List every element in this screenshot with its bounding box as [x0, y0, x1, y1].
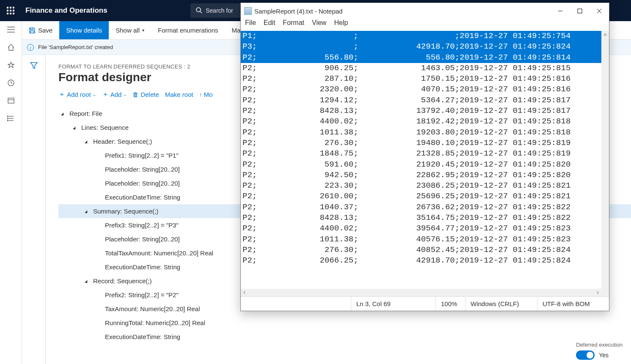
notepad-text-area[interactable]: P1; ; ;2019-12-27 01:49:25:754P3; ; 4291…: [241, 31, 609, 296]
minimize-button[interactable]: [551, 3, 570, 19]
chevron-down-icon[interactable]: ◢: [83, 209, 89, 213]
recent-icon[interactable]: [7, 79, 15, 87]
format-enum-label: Format enumerations: [158, 27, 218, 34]
menu-help[interactable]: Help: [334, 19, 348, 31]
favorites-icon[interactable]: [7, 61, 15, 69]
chevron-down-icon[interactable]: ◢: [83, 279, 89, 283]
notepad-line[interactable]: P2; 1011.38; 19203.80;2019-12-27 01:49:2…: [241, 127, 609, 138]
add-button[interactable]: ＋Add ⌄: [102, 90, 127, 99]
arrow-up-icon: ↑: [199, 91, 202, 98]
waffle-icon: [7, 7, 14, 14]
workspace-icon[interactable]: [7, 96, 15, 105]
tree-node-label: Report: File: [69, 110, 102, 117]
chevron-down-icon[interactable]: ◢: [83, 140, 89, 144]
tree-node-label: Lines: Sequence: [81, 124, 129, 131]
menu-file[interactable]: File: [245, 19, 256, 31]
format-enumerations-button[interactable]: Format enumerations: [151, 21, 225, 39]
notepad-line[interactable]: P1; ; ;2019-12-27 01:49:25:754: [241, 31, 609, 41]
notepad-line[interactable]: P2; 2320.00; 4070.15;2019-12-27 01:49:25…: [241, 84, 609, 95]
svg-rect-2: [13, 7, 14, 8]
search-icon: [196, 7, 202, 15]
notepad-line[interactable]: P3; ; 42918.70;2019-12-27 01:49:25:824: [241, 41, 609, 52]
deferred-execution-label: Deferred execution: [576, 342, 623, 348]
notepad-line[interactable]: P2; 556.80; 556.80;2019-12-27 01:49:25:8…: [241, 52, 609, 63]
notepad-line[interactable]: P2; 223.30; 23086.25;2019-12-27 01:49:25…: [241, 181, 609, 191]
svg-rect-0: [7, 7, 8, 8]
tree-node-label: ExecutionDateTime: String: [105, 194, 180, 201]
modules-icon[interactable]: [7, 114, 15, 123]
svg-rect-6: [7, 13, 8, 14]
save-button[interactable]: Save: [22, 21, 59, 39]
notepad-window: SampleReport (4).txt - Notepad File Edit…: [240, 3, 609, 311]
add-root-button[interactable]: ＋Add root ⌄: [58, 90, 96, 99]
notepad-line[interactable]: P2; 942.50; 22862.95;2019-12-27 01:49:25…: [241, 170, 609, 181]
tree-node[interactable]: ExecutionDateTime: String: [58, 330, 631, 344]
status-eol: Windows (CRLF): [465, 297, 537, 311]
chevron-down-icon: ⌄: [123, 92, 127, 97]
notepad-line[interactable]: P2; 1294.12; 5364.27;2019-12-27 01:49:25…: [241, 95, 609, 106]
chevron-down-icon[interactable]: ◢: [71, 126, 77, 130]
show-details-label: Show details: [66, 27, 102, 34]
notepad-line[interactable]: P2; 4400.02; 39564.77;2019-12-27 01:49:2…: [241, 223, 609, 234]
notepad-line[interactable]: P2; 276.30; 19480.10;2019-12-27 01:49:25…: [241, 138, 609, 148]
window-controls: [551, 3, 609, 19]
properties-panel: Deferred execution Yes: [576, 342, 623, 360]
trash-icon: 🗑: [132, 91, 139, 98]
horizontal-scrollbar[interactable]: ‹›: [241, 289, 601, 296]
hamburger-icon[interactable]: [7, 25, 15, 34]
toggle-value-text: Yes: [599, 352, 609, 359]
show-details-button[interactable]: Show details: [59, 21, 109, 39]
notepad-line[interactable]: P2; 1011.38; 40576.15;2019-12-27 01:49:2…: [241, 234, 609, 245]
delete-button[interactable]: 🗑 Delete: [132, 91, 159, 98]
menu-format[interactable]: Format: [283, 19, 304, 31]
tree-node-label: ExecutionDateTime: String: [105, 333, 180, 340]
notepad-line[interactable]: P2; 287.10; 1750.15;2019-12-27 01:49:25:…: [241, 74, 609, 84]
tree-node-label: ExecutionDateTime: String: [105, 263, 180, 271]
notepad-titlebar[interactable]: SampleReport (4).txt - Notepad: [241, 3, 609, 19]
notepad-line[interactable]: P2; 8428.13; 35164.75;2019-12-27 01:49:2…: [241, 213, 609, 223]
status-encoding: UTF-8 with BOM: [537, 297, 609, 311]
show-all-label: Show all: [116, 27, 140, 34]
tree-node-label: TotalTaxAmount: Numeric[20..20] Real: [105, 249, 213, 257]
chevron-down-icon: ⌄: [93, 92, 96, 97]
notepad-line[interactable]: P2; 906.25; 1463.05;2019-12-27 01:49:25:…: [241, 63, 609, 74]
chevron-down-icon[interactable]: ◢: [59, 112, 66, 116]
menu-view[interactable]: View: [312, 19, 326, 31]
left-navigation-rail: [0, 21, 22, 364]
app-launcher-button[interactable]: [0, 0, 21, 21]
tree-node-label: Prefix1: String[2..2] = "P1": [105, 152, 179, 159]
svg-rect-8: [13, 13, 14, 14]
notepad-line[interactable]: P2; 1848.75; 21328.85;2019-12-27 01:49:2…: [241, 148, 609, 159]
add-root-label: Add root: [67, 91, 91, 98]
svg-rect-15: [8, 98, 14, 103]
notepad-line[interactable]: P2; 2066.25; 42918.70;2019-12-27 01:49:2…: [241, 255, 609, 266]
svg-rect-7: [10, 13, 11, 14]
notepad-line[interactable]: P2; 4400.02; 18192.42;2019-12-27 01:49:2…: [241, 116, 609, 127]
deferred-execution-toggle[interactable]: Yes: [576, 350, 623, 360]
move-label: Mo: [204, 91, 212, 98]
make-root-button[interactable]: Make root: [165, 91, 193, 98]
svg-rect-4: [10, 10, 11, 11]
save-label: Save: [38, 27, 52, 34]
notepad-line[interactable]: P2; 276.30; 40852.45;2019-12-27 01:49:25…: [241, 245, 609, 255]
notepad-line[interactable]: P2; 1040.37; 26736.62;2019-12-27 01:49:2…: [241, 202, 609, 213]
maximize-button[interactable]: [570, 3, 590, 19]
filter-icon[interactable]: [30, 62, 38, 364]
status-zoom: 100%: [435, 297, 465, 311]
close-button[interactable]: [590, 3, 609, 19]
chevron-down-icon: ▾: [142, 28, 144, 33]
home-icon[interactable]: [7, 43, 15, 52]
notepad-line[interactable]: P2; 8428.13; 13792.40;2019-12-27 01:49:2…: [241, 106, 609, 116]
show-all-button[interactable]: Show all ▾: [109, 21, 151, 39]
notepad-line[interactable]: P2; 2610.00; 25696.25;2019-12-27 01:49:2…: [241, 191, 609, 202]
tree-node[interactable]: RunningTotal: Numeric[20..20] Real: [58, 316, 631, 330]
svg-rect-24: [578, 9, 582, 13]
notepad-line[interactable]: P2; 591.60; 21920.45;2019-12-27 01:49:25…: [241, 159, 609, 170]
toggle-switch[interactable]: [576, 350, 595, 360]
status-position: Ln 3, Col 69: [351, 297, 435, 311]
move-button[interactable]: ↑ Mo: [199, 91, 212, 98]
menu-edit[interactable]: Edit: [264, 19, 276, 31]
vertical-scrollbar[interactable]: ^: [601, 31, 609, 296]
svg-point-20: [7, 116, 8, 117]
notepad-status-bar: Ln 3, Col 69 100% Windows (CRLF) UTF-8 w…: [241, 296, 609, 311]
